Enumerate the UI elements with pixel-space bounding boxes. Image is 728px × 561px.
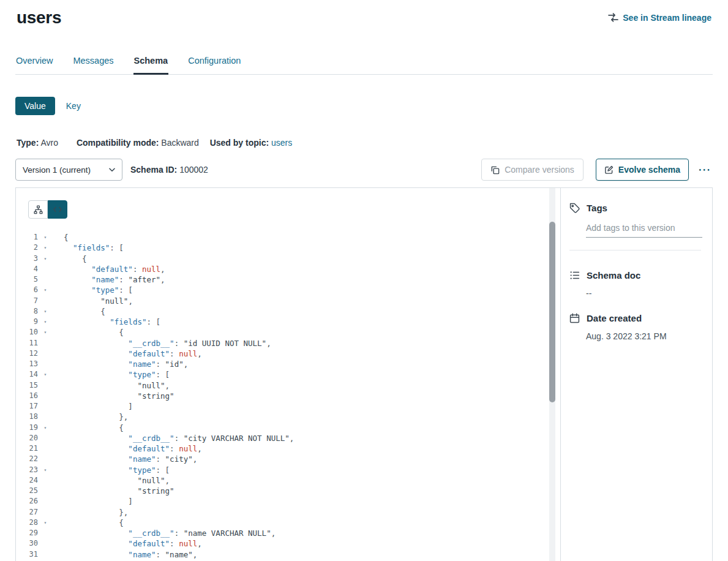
code-text: "__crdb__": "city VARCHAR NOT NULL", xyxy=(50,433,294,443)
code-line: 17 ] xyxy=(16,401,560,412)
fold-spacer xyxy=(40,391,50,401)
version-select[interactable]: Version 1 (current) xyxy=(15,159,122,181)
code-text: "default": null, xyxy=(50,264,165,274)
fold-spacer xyxy=(40,443,50,454)
line-number: 9 xyxy=(16,317,40,327)
code-line: 31 "name": "name", xyxy=(16,549,560,560)
fold-spacer xyxy=(40,454,50,464)
tab-schema[interactable]: Schema xyxy=(133,56,169,75)
evolve-schema-label: Evolve schema xyxy=(618,165,680,175)
code-line: 12 "default": null, xyxy=(16,348,560,359)
line-number: 7 xyxy=(16,296,40,306)
date-created-title: Date created xyxy=(587,313,642,323)
code-text: "default": null, xyxy=(50,538,202,549)
fold-spacer xyxy=(40,549,50,560)
key-toggle-button[interactable]: Key xyxy=(66,101,81,111)
fold-spacer xyxy=(40,475,50,486)
code-line: 19▾ { xyxy=(16,423,560,433)
code-line: 25 "string" xyxy=(16,486,560,496)
code-line: 8▾ { xyxy=(16,306,560,317)
code-text: "null", xyxy=(50,380,170,391)
line-number: 14 xyxy=(16,369,40,380)
more-actions-button[interactable]: ⋯ xyxy=(698,164,711,176)
used-by-topic-label: Used by topic: xyxy=(210,138,269,148)
code-line: 24 "null", xyxy=(16,475,560,486)
fold-toggle-icon[interactable]: ▾ xyxy=(40,254,50,264)
line-number: 21 xyxy=(16,443,40,454)
compatibility-value: Backward xyxy=(161,138,198,148)
compare-versions-button[interactable]: Compare versions xyxy=(481,159,584,181)
fold-toggle-icon[interactable]: ▾ xyxy=(40,518,50,528)
fold-spacer xyxy=(40,401,50,412)
code-text: { xyxy=(50,327,124,337)
code-text: { xyxy=(50,232,69,243)
code-line: 27 }, xyxy=(16,507,560,518)
code-text: { xyxy=(50,518,124,528)
code-text: "default": null, xyxy=(50,443,202,454)
code-line: 29 "__crdb__": "name VARCHAR NULL", xyxy=(16,528,560,538)
line-number: 25 xyxy=(16,486,40,496)
fold-toggle-icon[interactable]: ▾ xyxy=(40,232,50,243)
fold-spacer xyxy=(40,348,50,359)
fold-spacer xyxy=(40,528,50,538)
code-line: 11 "__crdb__": "id UUID NOT NULL", xyxy=(16,338,560,348)
line-number: 13 xyxy=(16,359,40,369)
line-number: 15 xyxy=(16,380,40,391)
code-text: "name": "id", xyxy=(50,359,188,369)
value-toggle-button[interactable]: Value xyxy=(15,97,55,115)
code-line: 7 "null", xyxy=(16,296,560,306)
schema-sidebar: Tags Schema doc -- xyxy=(561,188,712,561)
code-text: "type": [ xyxy=(50,369,170,380)
line-number: 26 xyxy=(16,496,40,506)
fold-spacer xyxy=(40,538,50,549)
fold-toggle-icon[interactable]: ▾ xyxy=(40,243,50,253)
list-icon xyxy=(569,270,580,280)
calendar-icon xyxy=(569,313,580,323)
version-select-value: Version 1 (current) xyxy=(23,165,91,175)
stream-lineage-label: See in Stream lineage xyxy=(623,13,711,23)
tab-messages[interactable]: Messages xyxy=(72,56,114,75)
scrollbar[interactable] xyxy=(549,188,555,561)
code-text: "name": "after", xyxy=(50,274,165,285)
fold-toggle-icon[interactable]: ▾ xyxy=(40,285,50,295)
tree-view-button[interactable] xyxy=(28,200,48,219)
code-text: }, xyxy=(50,412,128,422)
fold-toggle-icon[interactable]: ▾ xyxy=(40,317,50,327)
fold-spacer xyxy=(40,296,50,306)
tab-configuration[interactable]: Configuration xyxy=(187,56,241,75)
fold-toggle-icon[interactable]: ▾ xyxy=(40,327,50,337)
code-text: }, xyxy=(50,507,128,518)
schema-panel: 1▾{2▾ "fields": [3▾ {4 "default": null,5… xyxy=(15,187,713,561)
code-line: 28▾ { xyxy=(16,518,560,528)
tab-overview[interactable]: Overview xyxy=(15,56,53,75)
fold-toggle-icon[interactable]: ▾ xyxy=(40,369,50,380)
code-view-button[interactable] xyxy=(48,200,67,219)
topic-link[interactable]: users xyxy=(271,138,292,148)
tag-icon xyxy=(569,203,580,213)
code-line: 20 "__crdb__": "city VARCHAR NOT NULL", xyxy=(16,433,560,443)
code-line: 6▾ "type": [ xyxy=(16,285,560,295)
code-text: "__crdb__": "id UUID NOT NULL", xyxy=(50,338,271,348)
line-number: 8 xyxy=(16,306,40,317)
code-line: 3▾ { xyxy=(16,254,560,264)
line-number: 30 xyxy=(16,538,40,549)
code-line: 9▾ "fields": [ xyxy=(16,317,560,327)
add-tags-input[interactable] xyxy=(586,223,702,238)
stream-lineage-link[interactable]: See in Stream lineage xyxy=(608,12,711,23)
scrollbar-thumb[interactable] xyxy=(549,222,555,402)
fold-toggle-icon[interactable]: ▾ xyxy=(40,423,50,433)
code-text: ] xyxy=(50,401,133,412)
line-number: 31 xyxy=(16,549,40,560)
code-line: 13 "name": "id", xyxy=(16,359,560,369)
code-line: 15 "null", xyxy=(16,380,560,391)
fold-toggle-icon[interactable]: ▾ xyxy=(40,465,50,475)
compatibility-label: Compatibility mode: xyxy=(77,138,159,148)
line-number: 23 xyxy=(16,465,40,475)
code-text: ] xyxy=(50,496,133,506)
line-number: 17 xyxy=(16,401,40,412)
code-line: 14▾ "type": [ xyxy=(16,369,560,380)
evolve-schema-button[interactable]: Evolve schema xyxy=(596,159,689,181)
line-number: 12 xyxy=(16,348,40,359)
fold-spacer xyxy=(40,412,50,422)
fold-toggle-icon[interactable]: ▾ xyxy=(40,306,50,317)
